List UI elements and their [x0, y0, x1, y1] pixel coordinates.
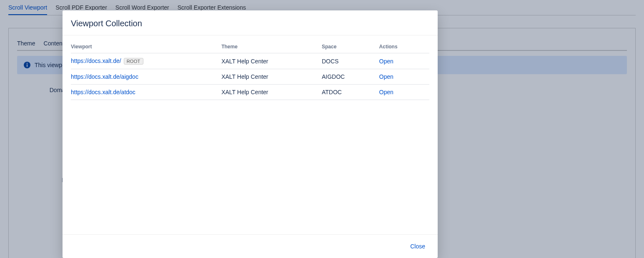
col-header-theme: Theme: [221, 40, 322, 53]
viewport-link[interactable]: https://docs.xalt.de/: [71, 58, 121, 64]
open-link[interactable]: Open: [379, 73, 393, 80]
viewport-table: Viewport Theme Space Actions https://doc…: [71, 40, 429, 100]
table-row: https://docs.xalt.de/atdocXALT Help Cent…: [71, 85, 429, 100]
cell-space: ATDOC: [322, 85, 379, 100]
cell-space: AIGDOC: [322, 69, 379, 85]
cell-actions: Open: [379, 53, 429, 69]
col-header-viewport: Viewport: [71, 40, 221, 53]
cell-viewport: https://docs.xalt.de/aigdoc: [71, 69, 221, 85]
modal-body: Viewport Theme Space Actions https://doc…: [63, 35, 438, 234]
col-header-actions: Actions: [379, 40, 429, 53]
modal-header: Viewport Collection: [63, 10, 438, 35]
viewport-link[interactable]: https://docs.xalt.de/aigdoc: [71, 73, 138, 80]
col-header-space: Space: [322, 40, 379, 53]
open-link[interactable]: Open: [379, 58, 393, 65]
root-badge: ROOT: [124, 58, 143, 65]
cell-viewport: https://docs.xalt.de/atdoc: [71, 85, 221, 100]
cell-actions: Open: [379, 85, 429, 100]
open-link[interactable]: Open: [379, 89, 393, 95]
table-row: https://docs.xalt.de/aigdocXALT Help Cen…: [71, 69, 429, 85]
cell-actions: Open: [379, 69, 429, 85]
cell-space: DOCS: [322, 53, 379, 69]
close-button[interactable]: Close: [406, 240, 429, 252]
cell-theme: XALT Help Center: [221, 85, 322, 100]
modal-title: Viewport Collection: [71, 19, 429, 28]
viewport-collection-modal: Viewport Collection Viewport Theme Space…: [63, 10, 438, 258]
cell-theme: XALT Help Center: [221, 69, 322, 85]
modal-footer: Close: [63, 234, 438, 258]
table-row: https://docs.xalt.de/ROOTXALT Help Cente…: [71, 53, 429, 69]
viewport-link[interactable]: https://docs.xalt.de/atdoc: [71, 89, 135, 95]
cell-viewport: https://docs.xalt.de/ROOT: [71, 53, 221, 69]
cell-theme: XALT Help Center: [221, 53, 322, 69]
